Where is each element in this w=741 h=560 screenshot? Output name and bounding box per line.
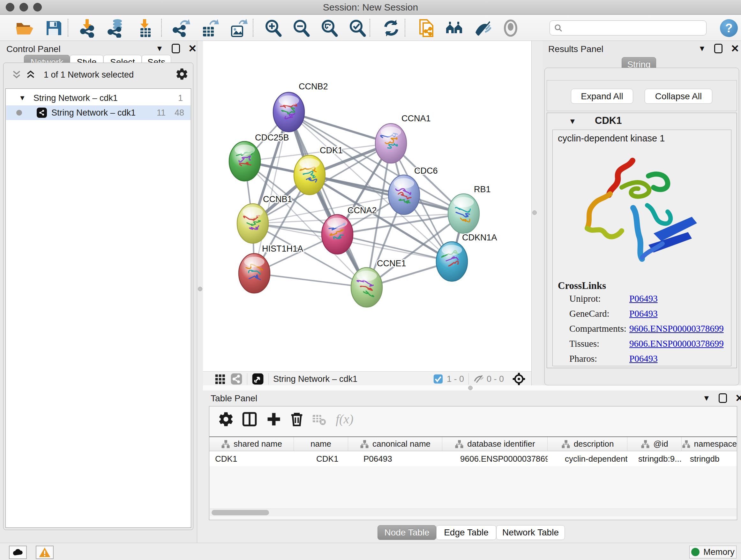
show-selection-icon[interactable] bbox=[501, 18, 520, 38]
float-panel-icon[interactable] bbox=[172, 44, 180, 53]
network-collection-row[interactable]: ▼ String Network – cdk1 1 bbox=[6, 91, 191, 105]
memory-button[interactable]: Memory bbox=[689, 546, 737, 558]
birdseye-view-icon[interactable] bbox=[252, 373, 264, 385]
add-column-icon[interactable] bbox=[266, 411, 282, 428]
float-panel-icon[interactable] bbox=[719, 393, 727, 403]
toolbar-separator bbox=[369, 19, 370, 37]
pharos-link[interactable]: P06493 bbox=[629, 354, 658, 364]
right-splitter-handle[interactable] bbox=[532, 210, 537, 215]
delete-column-icon[interactable] bbox=[288, 411, 305, 428]
cloud-status-button[interactable] bbox=[9, 546, 27, 559]
help-icon[interactable]: ? bbox=[720, 19, 738, 37]
collapse-panel-icon[interactable]: ▼ bbox=[698, 44, 706, 53]
zoom-in-icon[interactable] bbox=[264, 18, 283, 38]
table-options-gear-icon[interactable] bbox=[218, 411, 234, 428]
clone-network-icon[interactable] bbox=[417, 18, 436, 38]
tab-edge-table[interactable]: Edge Table bbox=[436, 525, 496, 540]
column-header-description[interactable]: description bbox=[548, 437, 627, 451]
network-share-icon[interactable] bbox=[230, 373, 243, 385]
network-node-CCNA2[interactable] bbox=[322, 214, 353, 254]
network-status-bar: String Network – cdk1 1 - 0 0 - 0 bbox=[203, 371, 531, 386]
node-label-CDKN1A: CDKN1A bbox=[462, 233, 497, 242]
left-splitter-handle[interactable] bbox=[198, 287, 202, 291]
tree-expander-icon[interactable]: ▼ bbox=[19, 94, 26, 102]
import-network-file-icon[interactable] bbox=[78, 18, 98, 38]
show-all-networks-icon[interactable] bbox=[445, 18, 464, 38]
tissues-link[interactable]: 9606.ENSP00000378699 bbox=[629, 338, 724, 349]
tab-network-table[interactable]: Network Table bbox=[496, 525, 565, 540]
show-columns-icon[interactable] bbox=[241, 411, 258, 428]
network-node-CDK1[interactable] bbox=[294, 155, 325, 195]
network-node-HIST1H1A[interactable] bbox=[239, 253, 270, 293]
gene-details: cyclin-dependent kinase 1 bbox=[552, 130, 731, 366]
column-header-id[interactable]: @id bbox=[627, 437, 682, 451]
network-canvas[interactable]: CCNB2CCNA1CDC25BCDK1CDC6RB1CCNB1CCNA2CDK… bbox=[203, 41, 532, 371]
column-header-name[interactable]: name bbox=[294, 437, 348, 451]
column-header-shared-name[interactable]: shared name bbox=[209, 437, 294, 451]
search-input[interactable] bbox=[563, 23, 697, 33]
collapse-all-button[interactable]: Collapse All bbox=[645, 89, 712, 104]
node-label-CDK1: CDK1 bbox=[320, 145, 343, 155]
current-network-name: String Network – cdk1 bbox=[273, 374, 357, 384]
hide-selection-icon[interactable] bbox=[473, 18, 492, 38]
save-session-icon[interactable] bbox=[44, 18, 63, 38]
zoom-out-icon[interactable] bbox=[292, 18, 311, 38]
hidden-eye-slash-icon[interactable] bbox=[473, 374, 484, 384]
export-table-icon[interactable] bbox=[200, 18, 219, 38]
network-node-RB1[interactable] bbox=[448, 194, 479, 233]
column-header-namespace[interactable]: namespace bbox=[682, 437, 737, 451]
network-edge[interactable] bbox=[289, 112, 367, 287]
close-panel-icon[interactable]: ✕ bbox=[188, 44, 197, 54]
zoom-fit-icon[interactable] bbox=[320, 18, 339, 38]
open-session-icon[interactable] bbox=[15, 18, 34, 38]
collapse-panel-icon[interactable]: ▼ bbox=[156, 44, 163, 53]
network-node-CCNE1[interactable] bbox=[351, 267, 382, 307]
network-node-CCNB1[interactable] bbox=[237, 204, 268, 243]
horizontal-splitter-handle[interactable] bbox=[468, 386, 473, 390]
compartments-link[interactable]: 9606.ENSP00000378699 bbox=[629, 323, 724, 334]
refresh-icon[interactable] bbox=[382, 18, 401, 38]
export-image-icon[interactable] bbox=[229, 18, 248, 38]
close-panel-icon[interactable]: ✕ bbox=[735, 393, 741, 403]
network-node-CCNB2[interactable] bbox=[273, 92, 305, 132]
network-row-selected[interactable]: String Network – cdk1 11 48 bbox=[6, 105, 191, 120]
network-node-CDC6[interactable] bbox=[388, 175, 420, 214]
network-node-CDKN1A[interactable] bbox=[436, 242, 468, 281]
toolbar-separator bbox=[161, 19, 162, 37]
search-box[interactable] bbox=[549, 20, 706, 36]
toolbar-separator bbox=[253, 19, 253, 37]
selected-checkbox-icon[interactable] bbox=[433, 374, 444, 384]
grid-view-icon[interactable] bbox=[214, 373, 226, 385]
string-results-container: Expand All Collapse All ▼ CDK1 cyclin-de… bbox=[544, 68, 739, 385]
birdseye-toggle-crosshair-icon[interactable] bbox=[512, 372, 526, 386]
table-horizontal-scrollbar[interactable] bbox=[210, 509, 737, 516]
tab-node-table[interactable]: Node Table bbox=[378, 525, 436, 540]
network-node-CDC25B[interactable] bbox=[229, 141, 260, 181]
table-panel: Table Panel ▼ ✕ f(x) shared name name ca… bbox=[203, 390, 741, 541]
float-panel-icon[interactable] bbox=[714, 44, 723, 53]
table-row[interactable]: CDK1 CDK1 P06493 9606.ENSP00000378699 cy… bbox=[209, 451, 737, 466]
import-network-database-icon[interactable] bbox=[107, 18, 126, 38]
scrollbar-thumb[interactable] bbox=[212, 510, 269, 515]
uniprot-link[interactable]: P06493 bbox=[629, 294, 658, 304]
crosslink-row: Tissues:9606.ENSP00000378699 bbox=[553, 338, 731, 353]
warnings-button[interactable] bbox=[36, 546, 54, 559]
import-table-icon[interactable] bbox=[136, 18, 155, 38]
network-edge[interactable] bbox=[254, 273, 367, 287]
close-panel-icon[interactable]: ✕ bbox=[731, 44, 739, 54]
column-header-database-identifier[interactable]: database identifier bbox=[442, 437, 548, 451]
network-node-CCNA1[interactable] bbox=[375, 124, 407, 163]
node-label-CCNB1: CCNB1 bbox=[263, 194, 292, 204]
network-view[interactable]: CCNB2CCNA1CDC25BCDK1CDC6RB1CCNB1CCNA2CDK… bbox=[203, 41, 532, 386]
column-header-canonical-name[interactable]: canonical name bbox=[348, 437, 442, 451]
zoom-selected-icon[interactable] bbox=[348, 18, 367, 38]
genecard-link[interactable]: P06493 bbox=[629, 308, 658, 319]
gene-expander-icon[interactable]: ▼ bbox=[569, 117, 576, 126]
collapse-panel-icon[interactable]: ▼ bbox=[703, 394, 711, 402]
network-options-gear-icon[interactable] bbox=[175, 67, 189, 81]
export-network-icon[interactable] bbox=[172, 18, 191, 38]
network-type-icon bbox=[37, 108, 47, 118]
cloud-icon bbox=[12, 548, 24, 557]
gene-symbol: CDK1 bbox=[595, 115, 622, 126]
expand-all-button[interactable]: Expand All bbox=[571, 89, 633, 104]
